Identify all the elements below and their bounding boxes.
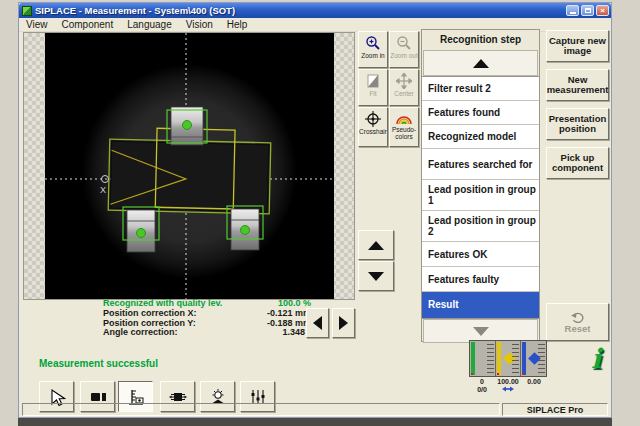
fit-button[interactable]: Fit xyxy=(358,69,388,106)
zoom-in-label: Zoom in xyxy=(361,52,384,59)
camera-image: X xyxy=(45,33,334,299)
crosshair-label: Crosshair xyxy=(359,128,387,135)
angle-correction-value: 1.348 ° xyxy=(253,328,311,338)
crosshair-button[interactable]: Crosshair xyxy=(358,107,388,147)
list-item[interactable]: Features found xyxy=(422,101,539,125)
desktop: { "window": { "title": "SIPLACE - Measur… xyxy=(0,0,640,426)
presentation-position-button[interactable]: Presentation position xyxy=(546,108,609,140)
scale-icon xyxy=(502,386,514,392)
status-message: Measurement successful xyxy=(39,358,158,369)
status-bar-field xyxy=(22,403,500,416)
pick-up-component-button[interactable]: Pick up component xyxy=(546,147,609,179)
gauge-scale xyxy=(538,344,545,373)
gauge-quality xyxy=(496,341,522,376)
vision-gauges xyxy=(469,340,547,377)
crosshair-icon xyxy=(365,111,381,127)
menu-component[interactable]: Component xyxy=(55,19,121,30)
recognition-overlay: X xyxy=(45,33,334,299)
angle-correction-label: Angle correction: xyxy=(103,328,253,338)
green-bar-icon xyxy=(471,342,475,375)
yellow-bar-icon xyxy=(497,342,501,375)
list-item[interactable]: Filter result 2 xyxy=(422,77,539,101)
gauge-marker xyxy=(497,373,499,375)
window-title: SIPLACE - Measurement - System\400 (SOT) xyxy=(35,5,564,16)
fit-label: Fit xyxy=(369,90,376,97)
gauge-marker xyxy=(471,373,473,375)
pseudo-colors-label: Pseudo-colors xyxy=(390,126,418,140)
app-icon xyxy=(22,6,32,16)
capture-new-image-button[interactable]: Capture new image xyxy=(546,30,609,62)
gauge-scale xyxy=(487,344,494,373)
x-axis-label: X xyxy=(100,185,106,195)
gauge-marker xyxy=(522,373,524,375)
up-triangle-icon xyxy=(368,241,384,250)
fit-icon xyxy=(365,73,381,89)
status-bar: SIPLACE Pro xyxy=(21,403,609,416)
next-result-button[interactable] xyxy=(332,308,355,338)
title-bar: SIPLACE - Measurement - System\400 (SOT)… xyxy=(19,3,611,18)
app-window: SIPLACE - Measurement - System\400 (SOT)… xyxy=(18,2,612,418)
down-triangle-icon xyxy=(368,272,384,281)
gauge-labels: 0 0/0 100.00 0.00 xyxy=(469,378,547,393)
reset-button[interactable]: Reset xyxy=(546,303,609,341)
list-item[interactable]: Features searched for xyxy=(422,149,539,180)
recognition-step-panel: Recognition step Filter result 2 Feature… xyxy=(421,29,540,342)
product-name: SIPLACE Pro xyxy=(502,403,608,416)
maximize-icon xyxy=(585,8,591,13)
list-scroll-up-button[interactable] xyxy=(423,50,538,76)
close-button[interactable]: × xyxy=(596,5,609,16)
list-item-selected[interactable]: Result xyxy=(422,292,539,318)
list-item[interactable]: Lead position in group 2 xyxy=(422,211,539,242)
list-item[interactable]: Recognized model xyxy=(422,125,539,149)
zoom-out-icon xyxy=(396,35,412,51)
new-measurement-button[interactable]: New measurement xyxy=(546,69,609,101)
left-triangle-icon xyxy=(313,316,322,330)
center-icon xyxy=(396,73,412,89)
menu-language[interactable]: Language xyxy=(120,19,179,30)
blue-bar-icon xyxy=(522,342,526,375)
undo-icon xyxy=(570,311,586,323)
angle-correction-row: Angle correction: 1.348 ° xyxy=(103,328,311,338)
minimize-button[interactable] xyxy=(566,5,579,16)
list-item[interactable]: Features faulty xyxy=(422,267,539,292)
gauge-offset-value: 0.00 xyxy=(521,378,547,386)
recognition-step-header: Recognition step xyxy=(422,30,539,50)
list-item[interactable]: Features OK xyxy=(422,242,539,267)
measurement-results: Recognized with quality lev. 100.0 % Pos… xyxy=(103,299,311,338)
step-down-button[interactable] xyxy=(358,261,394,291)
pseudo-colors-button[interactable]: Pseudo-colors xyxy=(389,107,419,147)
info-icon[interactable]: i xyxy=(591,343,601,374)
close-icon: × xyxy=(600,6,605,15)
menu-vision[interactable]: Vision xyxy=(179,19,220,30)
zoom-out-label: Zoom out xyxy=(390,52,417,59)
list-item[interactable]: Lead position in group 1 xyxy=(422,180,539,211)
gauge-count-value: 0 xyxy=(469,378,495,386)
zoom-out-button[interactable]: Zoom out xyxy=(389,31,419,68)
menu-help[interactable]: Help xyxy=(220,19,255,30)
previous-result-button[interactable] xyxy=(306,308,329,338)
menu-view[interactable]: View xyxy=(19,19,55,30)
reset-label: Reset xyxy=(565,323,591,334)
vision-image-area: X xyxy=(23,32,355,300)
center-button[interactable]: Center xyxy=(389,69,419,106)
zoom-in-button[interactable]: Zoom in xyxy=(358,31,388,68)
minimize-icon xyxy=(570,12,576,14)
center-label: Center xyxy=(394,90,414,97)
right-triangle-icon xyxy=(339,316,348,330)
step-up-button[interactable] xyxy=(358,230,394,260)
gauge-scale xyxy=(512,344,519,373)
window-bottom-edge xyxy=(18,418,612,426)
gauge-quality-value: 100.00 xyxy=(495,378,521,386)
pseudo-colors-icon xyxy=(395,111,413,125)
recognition-step-list: Filter result 2 Features found Recognize… xyxy=(422,76,539,319)
scroll-down-icon xyxy=(473,327,489,336)
zoom-in-icon xyxy=(365,35,381,51)
scroll-up-icon xyxy=(473,59,489,68)
maximize-button[interactable] xyxy=(581,5,594,16)
gauge-count xyxy=(470,341,496,376)
gauge-offset xyxy=(521,341,546,376)
gauge-count-sub: 0/0 xyxy=(469,386,495,394)
